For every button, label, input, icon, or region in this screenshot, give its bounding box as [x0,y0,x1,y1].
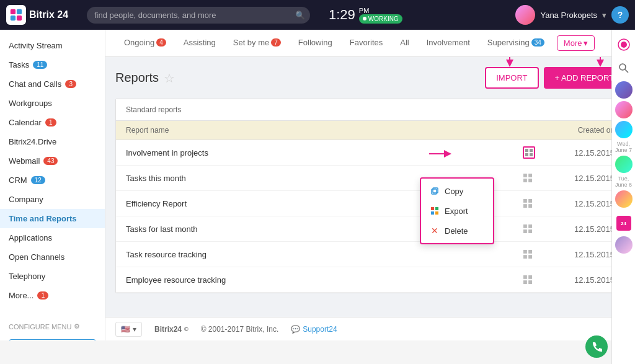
svg-rect-20 [528,179,532,182]
sidebar-item-more[interactable]: More... 1 [0,286,105,305]
search-bar: 🔍 [87,7,310,24]
row-action-icon[interactable] [522,223,534,235]
tab-label: Following [298,38,332,47]
tab-label: Supervising [487,38,530,47]
sidebar-item-webmail[interactable]: Webmail 43 [0,151,105,171]
sidebar-item-workgroups[interactable]: Workgroups [0,94,105,113]
work-status-badge[interactable]: WORKING [359,14,402,24]
support-link[interactable]: 💬 Support24 [291,325,337,334]
app-logo[interactable]: Bitrix 24 [6,5,81,25]
search-input[interactable] [87,7,310,24]
svg-rect-3 [17,16,22,20]
sidebar-item-chat-and-calls[interactable]: Chat and Calls 3 [0,74,105,94]
row-action-icon[interactable] [522,197,534,210]
section-label: Standard reports [116,99,624,121]
row-date: 12.15.2015 [540,275,615,285]
user-dropdown-icon[interactable]: ▾ [602,11,606,20]
star-icon[interactable]: ☆ [164,71,175,86]
header-actions: IMPORT + ADD REPORT [485,67,625,89]
svg-rect-0 [11,9,16,14]
tab-set-by-me[interactable]: Set by me 7 [224,30,290,56]
grid-icon [523,275,532,284]
chevron-icon: ▾ [133,325,136,334]
import-button[interactable]: IMPORT [485,67,538,89]
tab-following[interactable]: Following [290,30,341,56]
rp-avatar-2[interactable] [615,101,633,118]
context-menu-copy[interactable]: Copy [421,181,493,201]
svg-rect-1 [17,9,22,14]
configure-menu-label: CONFIGURE MENU [9,323,71,331]
rp-avatar-4[interactable] [615,156,633,173]
context-menu-export[interactable]: Export [421,201,493,221]
page-content: Reports ☆ IMPORT + ADD REPORT [105,57,635,317]
sidebar-item-company[interactable]: Company [0,190,105,209]
sidebar-item-telephony[interactable]: Telephony [0,267,105,286]
tab-all[interactable]: All [391,30,417,56]
sidebar-item-open-channels[interactable]: Open Channels [0,247,105,267]
svg-rect-32 [528,255,532,259]
user-name[interactable]: Yana Prokopets [540,11,597,20]
copy-label: Copy [445,187,463,196]
tab-more[interactable]: More ▾ [557,35,595,51]
notifications-icon[interactable] [612,33,636,56]
language-selector[interactable]: 🇺🇸 ▾ [115,322,142,337]
sidebar-item-calendar[interactable]: Calendar 1 [0,113,105,132]
table-row: Employee resource tracking 12.15.2015 [116,267,624,293]
sidebar-label: Open Channels [9,252,64,262]
rp-avatar-5[interactable] [615,190,633,208]
svg-rect-13 [431,207,434,210]
page-header: Reports ☆ IMPORT + ADD REPORT [115,67,625,89]
context-menu-delete[interactable]: ✕ Delete [421,221,493,241]
webmail-badge: 43 [43,157,58,165]
bitrix24-icon[interactable]: 24 [612,211,636,235]
content-area: Ongoing 4 Assisting Set by me 7 Followin… [105,30,635,340]
sidebar-item-time-and-reports[interactable]: Time and Reports [0,209,105,228]
tab-supervising[interactable]: Supervising 34 [479,30,553,56]
time-display: 1:29 [329,7,355,23]
tab-assisting[interactable]: Assisting [175,30,224,56]
main-layout: Activity Stream Tasks 11 Chat and Calls … [0,30,635,340]
configure-menu[interactable]: CONFIGURE MENU ⚙ [0,317,105,335]
svg-rect-18 [528,174,532,177]
row-name: Employee resource tracking [126,275,522,285]
row-action-icon[interactable] [522,248,534,260]
search-panel-icon[interactable] [612,56,636,80]
sidebar-item-applications[interactable]: Applications [0,228,105,247]
row-action-icon[interactable] [522,172,534,184]
copyright-text: © 2001-2017 Bitrix, Inc. [201,325,279,334]
sidebar-item-crm[interactable]: CRM 12 [0,171,105,190]
svg-rect-22 [528,199,532,203]
delete-icon: ✕ [430,226,440,236]
work-status-text: WORKING [368,16,399,22]
sidebar-item-tasks[interactable]: Tasks 11 [0,55,105,74]
svg-point-38 [621,42,627,48]
svg-line-40 [625,69,628,73]
chevron-down-icon: ▾ [584,38,588,48]
row-action-icon[interactable] [522,273,534,286]
context-menu: Copy Export ✕ Delete [420,177,494,244]
rp-avatar-6[interactable] [615,236,633,254]
footer-logo: Bitrix24 © [154,325,189,334]
rp-avatar-3[interactable] [615,121,633,138]
help-button[interactable]: ? [611,6,629,24]
invite-users-button[interactable]: INVITE USERS + [9,339,96,340]
setbyme-badge: 7 [271,38,281,47]
grid-icon [523,224,532,233]
page-title-text: Reports [115,71,159,85]
sidebar-label: CRM [9,175,27,185]
svg-rect-34 [528,275,532,279]
row-action-icon[interactable] [523,146,535,159]
sidebar-label: Activity Stream [9,41,63,50]
svg-rect-35 [523,280,527,284]
table-row: Tasks this month 12.15.2015 [116,166,624,191]
tab-involvement[interactable]: Involvement [418,30,479,56]
chat-badge: 3 [65,80,76,88]
table-row: Task resource tracking 12.15.2015 [116,242,624,267]
tab-ongoing[interactable]: Ongoing 4 [115,30,175,56]
sidebar-item-bitrix24drive[interactable]: Bitrix24.Drive [0,132,105,151]
sidebar-item-activity-stream[interactable]: Activity Stream [0,36,105,55]
svg-point-39 [619,64,626,70]
more-badge: 1 [37,291,48,300]
tab-favorites[interactable]: Favorites [341,30,391,56]
rp-avatar-1[interactable] [615,81,633,99]
